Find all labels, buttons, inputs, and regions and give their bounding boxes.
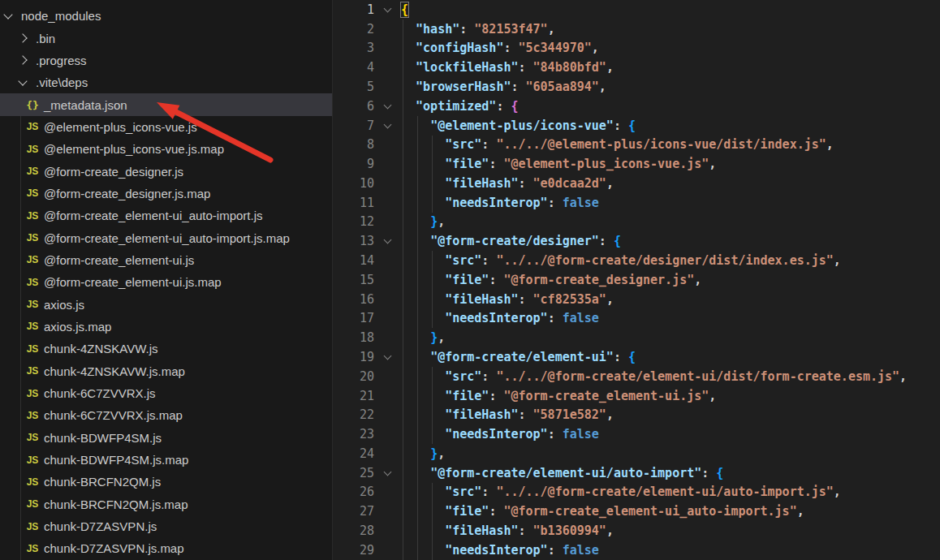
tree-file-@element-plus_icons-vue.js[interactable]: JS@element-plus_icons-vue.js bbox=[0, 116, 332, 138]
code-text: "fileHash": "b1360994", bbox=[401, 523, 614, 538]
code-line-29: 29 "needsInterop": false bbox=[333, 541, 940, 560]
file-tree: node_modules.bin.progress.vite\deps{}_me… bbox=[0, 5, 332, 560]
code-line-22: 22 "fileHash": "5871e582", bbox=[333, 405, 940, 424]
code-line-16: 16 "fileHash": "cf82535a", bbox=[333, 290, 940, 309]
json-file-icon: {} bbox=[24, 99, 41, 111]
code-text: "needsInterop": false bbox=[401, 543, 599, 558]
tree-file-axios.js.map[interactable]: JSaxios.js.map bbox=[0, 316, 332, 338]
tree-folder-.vite\deps[interactable]: .vite\deps bbox=[0, 71, 332, 93]
tree-folder-.progress[interactable]: .progress bbox=[0, 50, 332, 71]
line-number: 14 bbox=[333, 253, 374, 268]
tree-file-chunk-D7ZASVPN.js.map[interactable]: JSchunk-D7ZASVPN.js.map bbox=[0, 537, 332, 559]
line-number: 28 bbox=[333, 523, 374, 538]
chevron-down-icon bbox=[384, 101, 392, 109]
js-file-icon: JS bbox=[24, 498, 41, 510]
tree-file-@form-create_designer.js[interactable]: JS@form-create_designer.js bbox=[0, 160, 332, 182]
code-text: "@element-plus/icons-vue": { bbox=[401, 118, 636, 133]
chevron-down-icon bbox=[384, 352, 392, 360]
tree-file-chunk-BDWFP4SM.js.map[interactable]: JSchunk-BDWFP4SM.js.map bbox=[0, 449, 332, 471]
code-line-14: 14 "src": "../../@form-create/designer/d… bbox=[333, 251, 940, 270]
code-text: "src": "../../@element-plus/icons-vue/di… bbox=[401, 137, 834, 152]
code-line-12: 12 }, bbox=[333, 213, 940, 232]
js-file-icon: JS bbox=[24, 232, 41, 243]
line-number: 11 bbox=[333, 196, 374, 210]
tree-file-chunk-4ZNSKAVW.js.map[interactable]: JSchunk-4ZNSKAVW.js.map bbox=[0, 360, 332, 382]
line-number: 18 bbox=[333, 330, 374, 345]
code-line-23: 23 "needsInterop": false bbox=[333, 424, 940, 444]
tree-file-@element-plus_icons-vue.js.map[interactable]: JS@element-plus_icons-vue.js.map bbox=[0, 138, 332, 160]
code-line-11: 11 "needsInterop": false bbox=[333, 193, 940, 213]
code-text: "browserHash": "605aa894", bbox=[401, 80, 606, 94]
chevron-right-icon[interactable] bbox=[18, 33, 27, 42]
tree-file-@form-create_element-ui.js[interactable]: JS@form-create_element-ui.js bbox=[0, 249, 332, 271]
tree-item-label: axios.js.map bbox=[44, 320, 111, 334]
code-text: "hash": "82153f47", bbox=[401, 22, 555, 37]
code-line-20: 20 "src": "../../@form-create/element-ui… bbox=[333, 367, 940, 386]
fold-chevron-icon[interactable] bbox=[374, 124, 401, 127]
js-file-icon: JS bbox=[24, 277, 41, 288]
fold-chevron-icon[interactable] bbox=[374, 8, 401, 11]
line-number: 1 bbox=[333, 2, 374, 17]
tree-item-label: chunk-BDWFP4SM.js.map bbox=[44, 453, 188, 467]
tree-file-chunk-6C7ZVVRX.js[interactable]: JSchunk-6C7ZVVRX.js bbox=[0, 382, 332, 404]
tree-file-chunk-BDWFP4SM.js[interactable]: JSchunk-BDWFP4SM.js bbox=[0, 427, 332, 449]
js-file-icon: JS bbox=[24, 166, 41, 177]
fold-chevron-icon[interactable] bbox=[374, 472, 401, 475]
tree-folder-node_modules[interactable]: node_modules bbox=[0, 5, 332, 27]
chevron-right-icon[interactable] bbox=[18, 56, 27, 65]
code-line-3: 3 "configHash": "5c344970", bbox=[333, 39, 940, 58]
code-line-18: 18 }, bbox=[333, 328, 940, 347]
tree-file-chunk-BRCFN2QM.js.map[interactable]: JSchunk-BRCFN2QM.js.map bbox=[0, 493, 332, 515]
tree-item-label: chunk-D7ZASVPN.js.map bbox=[44, 541, 184, 555]
tree-item-label: chunk-BRCFN2QM.js bbox=[44, 475, 161, 489]
line-number: 22 bbox=[333, 407, 374, 422]
code-text: "needsInterop": false bbox=[401, 311, 599, 325]
fold-chevron-icon[interactable] bbox=[374, 239, 401, 243]
line-number: 20 bbox=[333, 369, 374, 384]
tree-file-_metadata.json[interactable]: {}_metadata.json bbox=[0, 93, 332, 115]
code-line-9: 9 "file": "@element-plus_icons-vue.js", bbox=[333, 154, 940, 174]
js-file-icon: JS bbox=[24, 321, 41, 332]
tree-file-@form-create_element-ui.js.map[interactable]: JS@form-create_element-ui.js.map bbox=[0, 271, 332, 293]
fold-chevron-icon[interactable] bbox=[374, 105, 401, 108]
js-file-icon: JS bbox=[24, 121, 41, 132]
tree-file-axios.js[interactable]: JSaxios.js bbox=[0, 293, 332, 315]
tree-file-@form-create_designer.js.map[interactable]: JS@form-create_designer.js.map bbox=[0, 183, 332, 205]
line-number: 29 bbox=[333, 543, 374, 558]
tree-folder-.bin[interactable]: .bin bbox=[0, 27, 332, 49]
tree-item-label: @form-create_element-ui_auto-import.js bbox=[44, 209, 263, 222]
tree-item-label: chunk-D7ZASVPN.js bbox=[44, 519, 157, 533]
code-text: "fileHash": "e0dcaa2d", bbox=[401, 176, 614, 191]
line-number: 5 bbox=[333, 80, 374, 94]
code-line-28: 28 "fileHash": "b1360994", bbox=[333, 521, 940, 541]
chevron-down-icon[interactable] bbox=[18, 77, 27, 86]
tree-file-@form-create_element-ui_auto-import.js.map[interactable]: JS@form-create_element-ui_auto-import.js… bbox=[0, 226, 332, 248]
line-number: 25 bbox=[333, 466, 374, 480]
line-number: 21 bbox=[333, 389, 374, 403]
chevron-down-icon[interactable] bbox=[3, 11, 12, 19]
code-line-1: 1{ bbox=[333, 0, 940, 19]
tree-file-chunk-4ZNSKAVW.js[interactable]: JSchunk-4ZNSKAVW.js bbox=[0, 338, 332, 360]
tree-item-label: @form-create_designer.js bbox=[44, 165, 183, 179]
tree-file-chunk-6C7ZVVRX.js.map[interactable]: JSchunk-6C7ZVVRX.js.map bbox=[0, 404, 332, 426]
code-text: }, bbox=[401, 214, 445, 229]
chevron-down-icon bbox=[384, 120, 392, 128]
line-number: 3 bbox=[333, 41, 374, 55]
fold-chevron-icon[interactable] bbox=[374, 355, 401, 359]
js-file-icon: JS bbox=[24, 365, 41, 377]
tree-file-@form-create_element-ui_auto-import.js[interactable]: JS@form-create_element-ui_auto-import.js bbox=[0, 205, 332, 226]
code-text: "file": "@form-create_element-ui_auto-im… bbox=[401, 504, 804, 519]
file-explorer: node_modules.bin.progress.vite\deps{}_me… bbox=[0, 0, 333, 560]
code-line-5: 5 "browserHash": "605aa894", bbox=[333, 77, 940, 97]
line-number: 7 bbox=[333, 118, 374, 133]
tree-item-label: chunk-4ZNSKAVW.js.map bbox=[44, 364, 185, 378]
code-text: "file": "@form-create_designer.js", bbox=[401, 273, 701, 287]
code-line-8: 8 "src": "../../@element-plus/icons-vue/… bbox=[333, 135, 940, 154]
code-line-21: 21 "file": "@form-create_element-ui.js", bbox=[333, 386, 940, 406]
tree-file-chunk-BRCFN2QM.js[interactable]: JSchunk-BRCFN2QM.js bbox=[0, 471, 332, 493]
tree-item-label: axios.js bbox=[44, 298, 84, 312]
js-file-icon: JS bbox=[24, 410, 41, 421]
tree-item-label: @form-create_designer.js.map bbox=[44, 187, 210, 200]
tree-file-chunk-D7ZASVPN.js[interactable]: JSchunk-D7ZASVPN.js bbox=[0, 515, 332, 537]
editor-pane[interactable]: 1{2 "hash": "82153f47",3 "configHash": "… bbox=[333, 0, 940, 560]
